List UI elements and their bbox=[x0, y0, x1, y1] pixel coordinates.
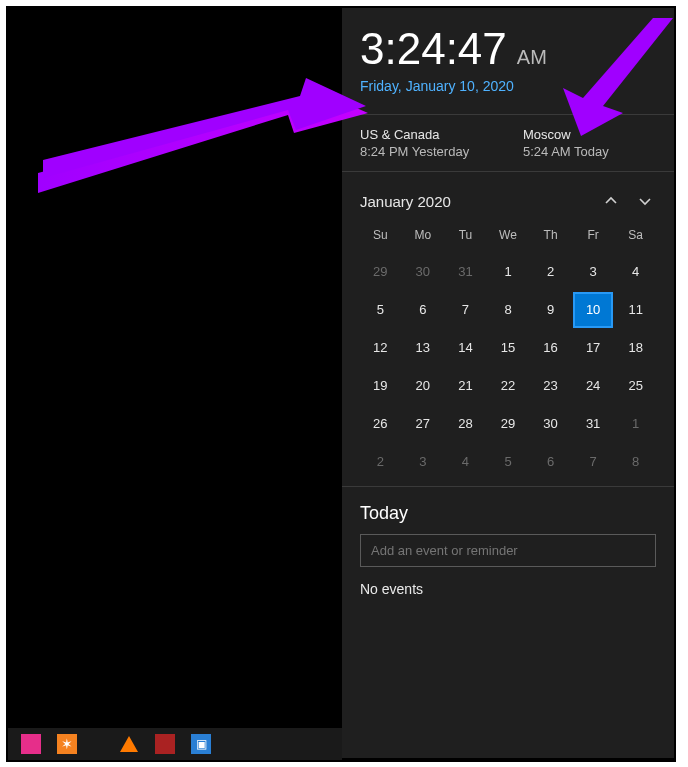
calendar-day[interactable]: 16 bbox=[530, 330, 571, 366]
next-month-button[interactable] bbox=[634, 190, 656, 212]
calendar-day[interactable]: 31 bbox=[573, 406, 614, 442]
taskbar-app-vlc[interactable] bbox=[118, 733, 140, 755]
calendar-day[interactable]: 13 bbox=[403, 330, 444, 366]
calendar-day[interactable]: 2 bbox=[360, 444, 401, 480]
calendar-day[interactable]: 4 bbox=[445, 444, 486, 480]
calendar-day[interactable]: 25 bbox=[615, 368, 656, 404]
current-time: 3:24:47 bbox=[360, 24, 507, 74]
calendar-day[interactable]: 28 bbox=[445, 406, 486, 442]
calendar-day[interactable]: 12 bbox=[360, 330, 401, 366]
calendar-day[interactable]: 4 bbox=[615, 254, 656, 290]
calendar-day[interactable]: 1 bbox=[615, 406, 656, 442]
calendar-day[interactable]: 18 bbox=[615, 330, 656, 366]
calendar-day[interactable]: 6 bbox=[403, 292, 444, 328]
calendar-day[interactable]: 2 bbox=[530, 254, 571, 290]
calendar-day[interactable]: 3 bbox=[573, 254, 614, 290]
calendar-day[interactable]: 17 bbox=[573, 330, 614, 366]
calendar-day[interactable]: 26 bbox=[360, 406, 401, 442]
annotation-arrow-left bbox=[38, 78, 368, 198]
calendar-dow: Su bbox=[360, 222, 401, 252]
calendar-day[interactable]: 23 bbox=[530, 368, 571, 404]
calendar-month-label[interactable]: January 2020 bbox=[360, 193, 451, 210]
calendar-day[interactable]: 29 bbox=[360, 254, 401, 290]
calendar-day[interactable]: 31 bbox=[445, 254, 486, 290]
calendar-day[interactable]: 5 bbox=[360, 292, 401, 328]
current-date-link[interactable]: Friday, January 10, 2020 bbox=[360, 78, 656, 94]
taskbar-app-1[interactable] bbox=[20, 733, 42, 755]
clock-section: 3:24:47 AM Friday, January 10, 2020 bbox=[342, 8, 674, 102]
add-event-input[interactable] bbox=[360, 534, 656, 567]
app-icon bbox=[155, 734, 175, 754]
app-icon bbox=[21, 734, 41, 754]
calendar-dow: Sa bbox=[615, 222, 656, 252]
calendar-day[interactable]: 19 bbox=[360, 368, 401, 404]
calendar-dow: Mo bbox=[403, 222, 444, 252]
calendar-day[interactable]: 1 bbox=[488, 254, 529, 290]
taskbar-app-4[interactable] bbox=[154, 733, 176, 755]
calendar-day[interactable]: 3 bbox=[403, 444, 444, 480]
world-clocks-row: US & Canada 8:24 PM Yesterday Moscow 5:2… bbox=[342, 114, 674, 172]
world-clock-2-time: 5:24 AM Today bbox=[523, 144, 656, 159]
calendar-day[interactable]: 30 bbox=[530, 406, 571, 442]
agenda-section: Today No events bbox=[342, 486, 674, 605]
world-clock-1-time: 8:24 PM Yesterday bbox=[360, 144, 493, 159]
app-icon: ▣ bbox=[191, 734, 211, 754]
calendar-day[interactable]: 7 bbox=[445, 292, 486, 328]
chevron-down-icon bbox=[639, 195, 651, 207]
world-clock-2: Moscow 5:24 AM Today bbox=[523, 127, 656, 159]
calendar-day[interactable]: 15 bbox=[488, 330, 529, 366]
calendar-day[interactable]: 14 bbox=[445, 330, 486, 366]
world-clock-1-name: US & Canada bbox=[360, 127, 493, 142]
clock-calendar-flyout: 3:24:47 AM Friday, January 10, 2020 US &… bbox=[342, 8, 674, 758]
no-events-label: No events bbox=[360, 581, 656, 597]
calendar-dow: Th bbox=[530, 222, 571, 252]
taskbar-app-5[interactable]: ▣ bbox=[190, 733, 212, 755]
calendar-dow: Tu bbox=[445, 222, 486, 252]
calendar-dow: Fr bbox=[573, 222, 614, 252]
prev-month-button[interactable] bbox=[600, 190, 622, 212]
calendar-day[interactable]: 6 bbox=[530, 444, 571, 480]
app-icon: ✶ bbox=[57, 734, 77, 754]
calendar-day[interactable]: 7 bbox=[573, 444, 614, 480]
calendar-dow: We bbox=[488, 222, 529, 252]
calendar-day[interactable]: 8 bbox=[615, 444, 656, 480]
svg-marker-2 bbox=[43, 78, 366, 178]
svg-marker-0 bbox=[38, 87, 368, 193]
calendar-day[interactable]: 30 bbox=[403, 254, 444, 290]
taskbar: ✶ ▣ bbox=[8, 728, 342, 760]
calendar-day[interactable]: 5 bbox=[488, 444, 529, 480]
calendar-day[interactable]: 24 bbox=[573, 368, 614, 404]
calendar-day[interactable]: 11 bbox=[615, 292, 656, 328]
calendar-day[interactable]: 20 bbox=[403, 368, 444, 404]
world-clock-2-name: Moscow bbox=[523, 127, 656, 142]
calendar: January 2020 SuMoTuWeThFrSa2930311234567… bbox=[342, 172, 674, 486]
calendar-day-today[interactable]: 10 bbox=[573, 292, 614, 328]
calendar-day[interactable]: 22 bbox=[488, 368, 529, 404]
vlc-icon bbox=[120, 736, 138, 752]
calendar-day[interactable]: 8 bbox=[488, 292, 529, 328]
calendar-day[interactable]: 27 bbox=[403, 406, 444, 442]
current-ampm: AM bbox=[517, 46, 547, 69]
world-clock-1: US & Canada 8:24 PM Yesterday bbox=[360, 127, 493, 159]
chevron-up-icon bbox=[605, 195, 617, 207]
calendar-day[interactable]: 9 bbox=[530, 292, 571, 328]
agenda-title: Today bbox=[360, 503, 656, 524]
calendar-day[interactable]: 29 bbox=[488, 406, 529, 442]
taskbar-app-2[interactable]: ✶ bbox=[56, 733, 78, 755]
calendar-day[interactable]: 21 bbox=[445, 368, 486, 404]
